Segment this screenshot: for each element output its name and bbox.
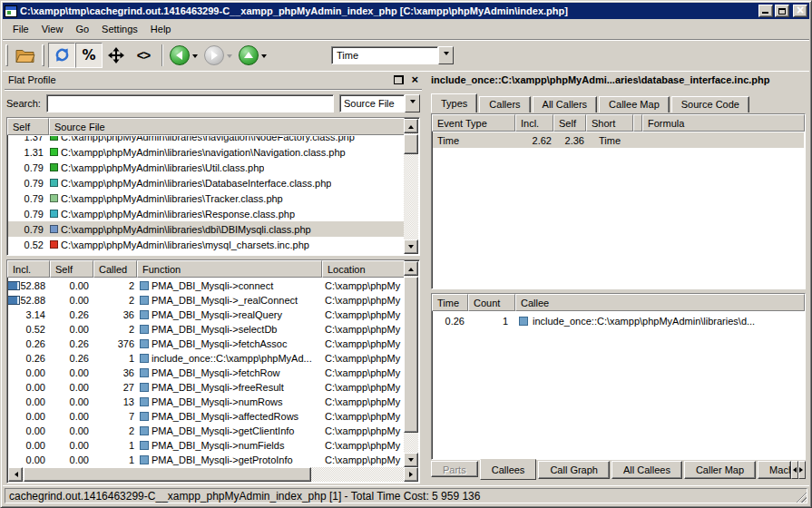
column-header-self[interactable]: Self <box>553 114 586 132</box>
scroll-up-button[interactable] <box>404 261 418 276</box>
tab-callees[interactable]: Callees <box>480 459 537 480</box>
open-file-button[interactable] <box>12 43 39 68</box>
menu-view[interactable]: View <box>35 22 70 36</box>
back-dropdown-icon[interactable] <box>192 54 198 61</box>
source-row-selected[interactable]: 0.79 C:\xampp\phpMyAdmin\libraries\dbi\D… <box>8 221 404 237</box>
function-table-header: Incl. Self Called Function Location <box>7 260 405 278</box>
scroll-right-icon <box>409 472 416 477</box>
tab-all-callees[interactable]: All Callees <box>611 461 682 479</box>
minimize-button[interactable] <box>758 5 773 17</box>
scrollbar-thumb[interactable] <box>24 467 311 482</box>
tab-types[interactable]: Types <box>431 93 477 113</box>
column-header-location[interactable]: Location <box>322 260 405 278</box>
column-header-count[interactable]: Count <box>468 294 515 311</box>
scroll-down-button[interactable] <box>404 239 418 254</box>
scroll-up-button[interactable] <box>404 119 418 133</box>
column-header-function[interactable]: Function <box>137 260 322 278</box>
self-cost: 1.37 <box>8 136 50 142</box>
event-type-combobox[interactable]: Time <box>331 46 454 64</box>
function-row[interactable]: 0.26 0.26 376 PMA_DBI_Mysqli->fetchAssoc… <box>8 337 404 351</box>
close-button[interactable] <box>793 5 807 17</box>
function-row[interactable]: 3.14 0.26 36 PMA_DBI_Mysqli->realQuery C… <box>8 308 404 322</box>
group-by-value[interactable]: Source File <box>339 94 405 112</box>
column-header-formula[interactable]: Formula <box>642 114 805 132</box>
source-row[interactable]: 0.79 C:\xampp\phpMyAdmin\libraries\Util.… <box>8 160 404 175</box>
up-dropdown-icon[interactable] <box>261 54 267 61</box>
function-cell: PMA_DBI_Mysqli->getProtoInfo <box>138 454 323 465</box>
tab-call-graph[interactable]: Call Graph <box>538 461 610 479</box>
column-header-called[interactable]: Called <box>93 260 137 278</box>
function-row[interactable]: 0.26 0.26 1 include_once::C:\xampp\phpMy… <box>8 351 404 366</box>
reload-button[interactable] <box>48 43 75 68</box>
function-row[interactable]: 52.88 0.00 2 PMA_DBI_Mysqli->_realConnec… <box>8 293 404 308</box>
back-button[interactable] <box>170 45 201 65</box>
tab-source-code[interactable]: Source Code <box>671 96 749 113</box>
event-type-value[interactable]: Time <box>331 46 438 64</box>
source-row[interactable]: 0.52 C:\xampp\phpMyAdmin\libraries\user_… <box>8 252 404 254</box>
tab-machine-code[interactable]: Machine <box>758 461 791 479</box>
float-dock-button[interactable] <box>394 75 404 84</box>
menu-help[interactable]: Help <box>144 22 178 36</box>
scrollbar-thumb[interactable] <box>404 134 418 154</box>
scroll-left-button[interactable] <box>8 467 23 482</box>
scrollbar-thumb[interactable] <box>404 277 418 433</box>
vertical-scrollbar[interactable] <box>404 119 418 254</box>
scroll-down-button[interactable] <box>404 453 418 467</box>
horizontal-scrollbar[interactable] <box>8 467 418 482</box>
column-header-time[interactable]: Time <box>432 294 468 311</box>
source-row[interactable]: 0.79 C:\xampp\phpMyAdmin\libraries\Track… <box>8 190 404 206</box>
close-icon <box>794 5 807 16</box>
source-row[interactable]: 0.52 C:\xampp\phpMyAdmin\libraries\mysql… <box>8 237 404 252</box>
source-row[interactable]: 0.79 C:\xampp\phpMyAdmin\libraries\Datab… <box>8 175 404 190</box>
function-row[interactable]: 0.00 0.00 36 PMA_DBI_Mysqli->fetchRow C:… <box>8 366 404 380</box>
tab-all-callers[interactable]: All Callers <box>533 96 598 113</box>
dock-title-bar[interactable]: Flat Profile × <box>5 72 422 88</box>
up-button[interactable] <box>239 45 269 65</box>
callee-row[interactable]: 0.26 1 include_once::C:\xampp\phpMyAdmin… <box>432 313 805 328</box>
toolbar-handle-2[interactable] <box>42 44 44 66</box>
source-row[interactable]: 1.31 C:\xampp\phpMyAdmin\libraries\navig… <box>8 144 404 160</box>
tab-callers[interactable]: Callers <box>479 96 530 113</box>
source-row[interactable]: 0.79 C:\xampp\phpMyAdmin\libraries\Respo… <box>8 206 404 221</box>
function-row[interactable]: 0.52 0.00 2 PMA_DBI_Mysqli->selectDb C:\… <box>8 322 404 337</box>
close-dock-button[interactable]: × <box>411 75 418 84</box>
column-header-source-file[interactable]: Source File <box>49 118 405 135</box>
scroll-right-button[interactable] <box>404 467 418 482</box>
function-row[interactable]: 0.00 0.00 2 PMA_DBI_Mysqli->getClientInf… <box>8 424 404 438</box>
search-input[interactable] <box>46 94 334 112</box>
tab-scroll-right-button[interactable] <box>798 461 806 479</box>
menu-file[interactable]: File <box>6 22 35 36</box>
column-header-incl[interactable]: Incl. <box>7 260 50 278</box>
function-row[interactable]: 52.88 0.00 2 PMA_DBI_Mysqli->connect C:\… <box>8 278 404 293</box>
group-by-dropdown-button[interactable] <box>405 94 420 112</box>
menu-settings[interactable]: Settings <box>95 22 144 36</box>
title-bar[interactable]: C:\xampp\tmp\cachegrind.out.1416463299-C… <box>3 3 809 19</box>
forward-button[interactable] <box>204 45 235 65</box>
toolbar-handle[interactable] <box>5 44 8 66</box>
event-type-row[interactable]: Time 2.62 2.36 Time <box>433 132 804 148</box>
function-row[interactable]: 0.00 0.00 1 PMA_DBI_Mysqli->getProtoInfo… <box>8 453 404 467</box>
column-header-self[interactable]: Self <box>7 118 49 135</box>
expand-toggle-button[interactable] <box>103 43 130 68</box>
tab-callee-map[interactable]: Callee Map <box>599 96 670 113</box>
tab-caller-map[interactable]: Caller Map <box>684 461 756 479</box>
cycle-detection-button[interactable]: <> <box>130 43 157 68</box>
column-header-callee[interactable]: Callee <box>515 294 805 311</box>
group-by-combobox[interactable]: Source File <box>339 94 420 112</box>
column-header-incl[interactable]: Incl. <box>515 114 553 132</box>
function-row[interactable]: 0.00 0.00 13 PMA_DBI_Mysqli->numRows C:\… <box>8 395 404 409</box>
function-row[interactable]: 0.00 0.00 7 PMA_DBI_Mysqli->affectedRows… <box>8 409 404 424</box>
column-header-short[interactable]: Short <box>586 114 633 132</box>
maximize-button[interactable] <box>775 5 789 17</box>
column-header-event-type[interactable]: Event Type <box>432 114 515 132</box>
vertical-scrollbar[interactable] <box>404 261 418 467</box>
percentage-toggle-button[interactable]: % <box>75 43 103 68</box>
menu-go[interactable]: Go <box>69 22 95 36</box>
tab-scroll-left-button[interactable] <box>791 461 798 479</box>
column-header-self[interactable]: Self <box>50 260 93 278</box>
location-cell: C:\xampp\phpMy <box>323 425 404 436</box>
event-type-dropdown-button[interactable] <box>438 46 454 64</box>
source-row[interactable]: 1.37 C:\xampp\phpMyAdmin\libraries\navig… <box>8 136 404 144</box>
function-row[interactable]: 0.00 0.00 1 PMA_DBI_Mysqli->numFields C:… <box>8 438 404 453</box>
function-row[interactable]: 0.00 0.00 27 PMA_DBI_Mysqli->freeResult … <box>8 380 404 395</box>
